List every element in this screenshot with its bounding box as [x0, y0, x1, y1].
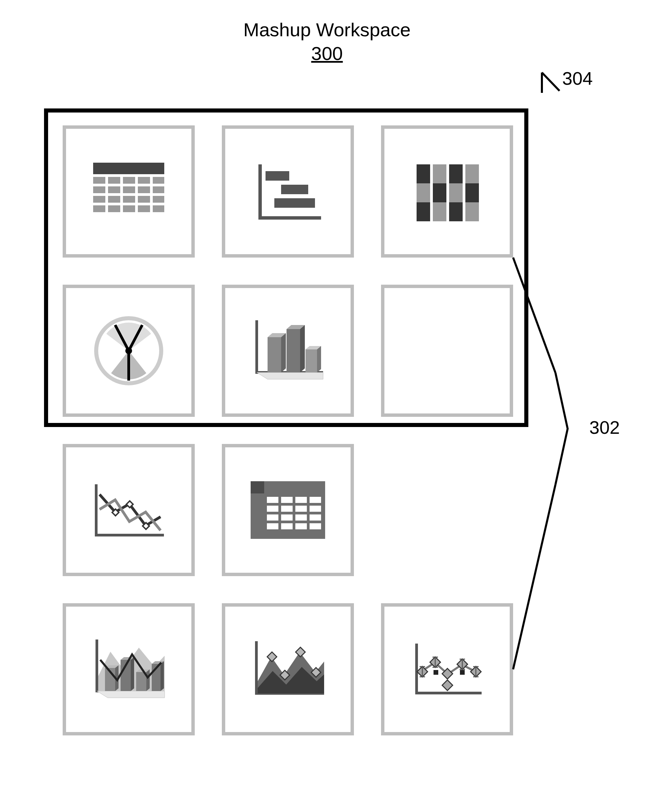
figure-canvas: Mashup Workspace 300	[0, 0, 654, 812]
label-304: 304	[562, 68, 593, 89]
svg-line-115	[513, 485, 555, 670]
callout-overlay: 304 302	[0, 0, 654, 812]
label-302: 302	[589, 417, 620, 438]
svg-line-113	[542, 72, 559, 91]
svg-line-114	[513, 257, 555, 373]
